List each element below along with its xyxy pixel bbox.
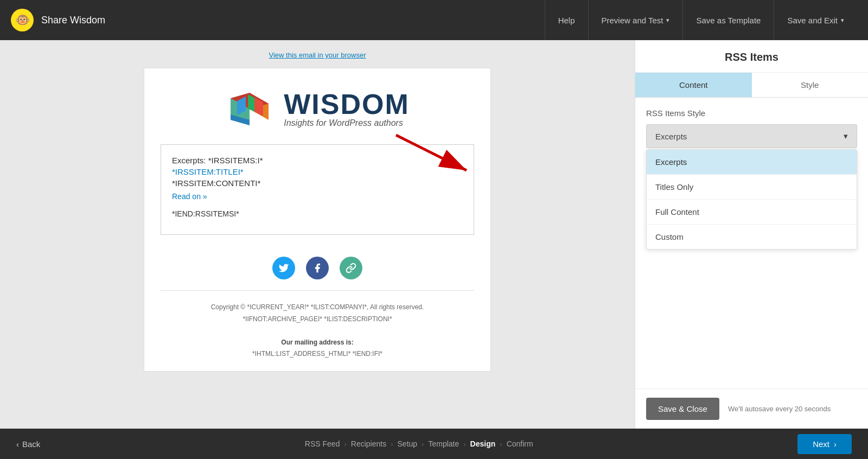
save-template-label: Save as Template [696, 16, 761, 25]
back-button[interactable]: ‹ Back [16, 439, 40, 449]
logo-container: WISDOM Insights for WordPress authors [225, 85, 410, 133]
save-exit-label: Save and Exit [787, 16, 838, 25]
breadcrumb-sep-3: › [422, 440, 424, 448]
back-label: Back [22, 439, 40, 449]
save-template-nav-link[interactable]: Save as Template [682, 0, 774, 40]
mailchimp-logo: 🐵 [11, 9, 34, 31]
email-logo-area: WISDOM Insights for WordPress authors [144, 68, 490, 144]
preview-test-nav-link[interactable]: Preview and Test ▾ [588, 0, 683, 40]
tab-style[interactable]: Style [752, 73, 869, 97]
next-button[interactable]: Next › [797, 434, 852, 454]
rss-style-dropdown-menu: Excerpts Titles Only Full Content Custom [646, 149, 857, 250]
wisdom-subtitle: Insights for WordPress authors [284, 118, 410, 128]
breadcrumb-design: Design [470, 439, 496, 448]
link-social-icon[interactable] [340, 257, 362, 279]
right-panel: RSS Items Content Style RSS Items Style … [635, 40, 868, 429]
breadcrumb-sep-5: › [500, 440, 502, 448]
breadcrumb-sep-4: › [463, 440, 465, 448]
top-navigation: 🐵 Share Wisdom Help Preview and Test ▾ S… [0, 0, 868, 40]
rss-items-style-label: RSS Items Style [646, 109, 857, 118]
breadcrumb-template: Template [428, 439, 459, 448]
footer-mailing-address: *IHTML:LIST_ADDRESS_HTMLI* *IEND:IFI* [161, 348, 474, 360]
preview-test-label: Preview and Test [602, 16, 663, 25]
tab-content[interactable]: Content [635, 73, 752, 97]
rss-read-more-link[interactable]: Read on » [172, 192, 463, 201]
dropdown-option-titles-only[interactable]: Titles Only [647, 175, 857, 200]
footer-mailing-label: Our mailing address is: [281, 339, 353, 346]
next-label: Next [813, 439, 829, 449]
preview-test-chevron-icon: ▾ [666, 17, 669, 24]
nav-links: Help Preview and Test ▾ Save as Template… [545, 0, 857, 40]
wisdom-cube-logo [225, 85, 274, 133]
rss-title-link[interactable]: *IRSSITEM:TITLEI* [172, 167, 463, 176]
rss-content-text: *IRSSITEM:CONTENTI* [172, 178, 463, 188]
breadcrumb-recipients: Recipients [351, 439, 386, 448]
dropdown-option-full-content[interactable]: Full Content [647, 200, 857, 225]
dropdown-option-custom[interactable]: Custom [647, 225, 857, 249]
footer-copyright: Copyright © *ICURRENT_YEAR!* *ILIST:COMP… [161, 302, 474, 314]
save-exit-nav-link[interactable]: Save and Exit ▾ [774, 0, 857, 40]
email-preview-panel: View this email in your browser [0, 40, 635, 429]
dropdown-chevron-icon: ▾ [844, 131, 848, 141]
back-chevron-icon: ‹ [16, 439, 19, 449]
bottom-navigation-bar: ‹ Back RSS Feed › Recipients › Setup › T… [0, 429, 868, 459]
help-nav-link[interactable]: Help [545, 0, 588, 40]
social-icons-area [144, 246, 490, 290]
breadcrumb-setup: Setup [398, 439, 418, 448]
autosave-text: We'll autosave every 20 seconds [728, 405, 831, 413]
breadcrumb-sep-2: › [391, 440, 393, 448]
rss-style-dropdown[interactable]: Excerpts ▾ [646, 124, 857, 148]
view-browser-link[interactable]: View this email in your browser [269, 51, 366, 59]
wisdom-title: WISDOM [284, 90, 410, 118]
panel-tabs: Content Style [635, 73, 868, 98]
email-body: WISDOM Insights for WordPress authors Ex… [144, 68, 491, 372]
breadcrumb-rss-feed: RSS Feed [305, 439, 340, 448]
next-chevron-icon: › [834, 439, 837, 449]
brand-area: 🐵 Share Wisdom [11, 9, 105, 31]
rss-style-dropdown-container: Excerpts ▾ Excerpts Titles Only Full Con… [646, 124, 857, 148]
twitter-social-icon[interactable] [272, 257, 295, 279]
help-label: Help [558, 16, 575, 25]
breadcrumb-confirm: Confirm [507, 439, 533, 448]
main-area: View this email in your browser [0, 40, 868, 429]
panel-content-area: RSS Items Style Excerpts ▾ Excerpts Titl… [635, 98, 868, 388]
rss-end-tag: *IEND:RSSITEMSI* [172, 209, 463, 218]
breadcrumb-sep-1: › [344, 440, 346, 448]
rss-items-label: Excerpts: *IRSSITEMS:I* [172, 156, 463, 165]
brand-name: Share Wisdom [41, 15, 105, 26]
panel-title: RSS Items [635, 40, 868, 73]
panel-footer: Save & Close We'll autosave every 20 sec… [635, 388, 868, 429]
facebook-social-icon[interactable] [306, 257, 329, 279]
dropdown-option-excerpts[interactable]: Excerpts [647, 150, 857, 175]
dropdown-selected-value: Excerpts [655, 132, 687, 141]
rss-content-box: Excerpts: *IRSSITEMS:I* *IRSSITEM:TITLEI… [161, 144, 474, 235]
breadcrumb-area: RSS Feed › Recipients › Setup › Template… [40, 439, 797, 448]
save-close-button[interactable]: Save & Close [646, 398, 719, 420]
save-exit-chevron-icon: ▾ [841, 17, 844, 24]
logo-text-area: WISDOM Insights for WordPress authors [284, 90, 410, 128]
footer-description: *IIFNOT:ARCHIVE_PAGEI* *ILIST:DESCRIPTIO… [161, 314, 474, 326]
email-footer: Copyright © *ICURRENT_YEAR!* *ILIST:COMP… [144, 291, 490, 371]
